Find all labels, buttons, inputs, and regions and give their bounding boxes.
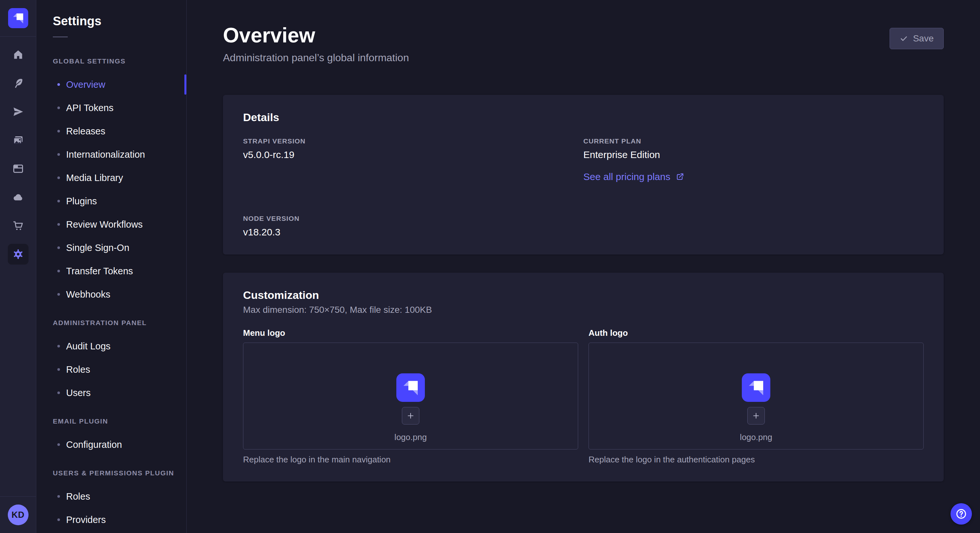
feather-icon	[12, 78, 24, 89]
menu-logo-label: Menu logo	[243, 328, 578, 338]
images-icon	[12, 134, 24, 146]
page-subtitle: Administration panel’s global informatio…	[223, 52, 944, 64]
field-label: CURRENT PLAN	[583, 137, 924, 145]
menu-logo-filename: logo.png	[395, 432, 427, 443]
bullet-icon	[57, 223, 60, 226]
field-value: v18.20.3	[243, 227, 583, 238]
sidebar-item-label: Media Library	[66, 173, 123, 183]
check-icon	[900, 34, 908, 43]
sidebar-item-label: Transfer Tokens	[66, 266, 133, 276]
sidebar-item-label: Plugins	[66, 196, 97, 206]
sidebar-item-up-roles[interactable]: Roles	[36, 485, 186, 508]
bullet-icon	[57, 495, 60, 498]
sidebar-item-single-sign-on[interactable]: Single Sign-On	[36, 236, 186, 259]
section-administration-panel: ADMINISTRATION PANEL Audit Logs Roles Us…	[36, 311, 186, 405]
cloud-icon	[12, 191, 24, 203]
pricing-plans-link[interactable]: See all pricing plans	[583, 171, 684, 182]
menu-logo-dropzone[interactable]: logo.png	[243, 343, 578, 449]
sidebar-item-label: Releases	[66, 126, 105, 136]
bullet-icon	[57, 368, 60, 371]
sidebar-item-up-providers[interactable]: Providers	[36, 508, 186, 531]
rail-item-settings[interactable]	[0, 240, 36, 268]
bullet-icon	[57, 443, 60, 446]
sidebar-item-label: Single Sign-On	[66, 243, 129, 253]
bullet-icon	[57, 153, 60, 156]
section-users-permissions-plugin: USERS & PERMISSIONS PLUGIN Roles Provide…	[36, 462, 186, 531]
section-label: EMAIL PLUGIN	[36, 409, 186, 433]
field-label: NODE VERSION	[243, 215, 583, 222]
rail-item-home[interactable]	[0, 40, 36, 69]
home-icon	[12, 49, 24, 60]
bullet-icon	[57, 345, 60, 347]
auth-logo-hint: Replace the logo in the authentication p…	[589, 455, 924, 465]
bullet-icon	[57, 176, 60, 179]
auth-logo-filename: logo.png	[740, 432, 772, 443]
rail-item-cloud[interactable]	[0, 183, 36, 211]
bullet-icon	[57, 270, 60, 272]
main-nav-rail: KD	[0, 0, 36, 533]
menu-logo-add-button[interactable]	[402, 407, 419, 425]
question-mark-icon	[955, 508, 968, 520]
sidebar-item-label: Audit Logs	[66, 341, 110, 352]
sidebar-item-api-tokens[interactable]: API Tokens	[36, 96, 186, 119]
field-value: v5.0.0-rc.19	[243, 149, 583, 160]
field-value: Enterprise Edition	[583, 149, 924, 160]
bullet-icon	[57, 246, 60, 249]
rail-item-releases[interactable]	[0, 97, 36, 126]
sidebar-item-email-configuration[interactable]: Configuration	[36, 433, 186, 456]
settings-subnav: Settings GLOBAL SETTINGS Overview API To…	[36, 0, 187, 533]
bullet-icon	[57, 130, 60, 132]
rail-item-content-builder[interactable]	[0, 69, 36, 97]
field-node-version: NODE VERSION v18.20.3	[243, 215, 583, 238]
menu-logo-preview	[396, 373, 425, 402]
section-label: ADMINISTRATION PANEL	[36, 311, 186, 335]
plus-icon	[752, 412, 760, 420]
sidebar-item-overview[interactable]: Overview	[36, 73, 186, 96]
rail-item-content-manager[interactable]	[0, 154, 36, 183]
sidebar-item-label: Users	[66, 388, 91, 398]
layout-icon	[12, 163, 24, 174]
strapi-logo-icon[interactable]	[8, 8, 28, 28]
sidebar-item-transfer-tokens[interactable]: Transfer Tokens	[36, 259, 186, 283]
main-content: Overview Administration panel’s global i…	[187, 0, 980, 533]
menu-logo-field: Menu logo logo.png Replace the logo in t…	[243, 328, 578, 465]
gear-icon	[12, 248, 24, 260]
title-divider	[53, 36, 68, 37]
sidebar-item-audit-logs[interactable]: Audit Logs	[36, 335, 186, 358]
field-current-plan: CURRENT PLAN Enterprise Edition See all …	[583, 137, 924, 182]
sidebar-item-admin-users[interactable]: Users	[36, 381, 186, 405]
section-global-settings: GLOBAL SETTINGS Overview API Tokens Rele…	[36, 49, 186, 306]
field-strapi-version: STRAPI VERSION v5.0.0-rc.19	[243, 137, 583, 182]
save-button[interactable]: Save	[889, 28, 944, 49]
auth-logo-field: Auth logo logo.png Replace the logo in t…	[589, 328, 924, 465]
subnav-title: Settings	[53, 14, 186, 28]
rail-item-media-library[interactable]	[0, 126, 36, 154]
bullet-icon	[57, 83, 60, 86]
auth-logo-add-button[interactable]	[747, 407, 765, 425]
sidebar-item-label: Roles	[66, 364, 90, 375]
field-label: STRAPI VERSION	[243, 137, 583, 145]
settings-active-tile	[8, 244, 29, 265]
sidebar-item-internationalization[interactable]: Internationalization	[36, 143, 186, 166]
sidebar-item-review-workflows[interactable]: Review Workflows	[36, 213, 186, 236]
sidebar-item-releases[interactable]: Releases	[36, 119, 186, 143]
sidebar-item-admin-roles[interactable]: Roles	[36, 358, 186, 381]
user-avatar[interactable]: KD	[8, 504, 29, 525]
sidebar-item-webhooks[interactable]: Webhooks	[36, 283, 186, 306]
sidebar-item-media-library[interactable]: Media Library	[36, 166, 186, 189]
sidebar-item-label: Webhooks	[66, 289, 110, 300]
external-link-icon	[675, 172, 684, 181]
section-email-plugin: EMAIL PLUGIN Configuration	[36, 409, 186, 456]
help-button[interactable]	[950, 503, 972, 525]
bullet-icon	[57, 392, 60, 394]
pricing-plans-link-label: See all pricing plans	[583, 171, 670, 182]
section-label: GLOBAL SETTINGS	[36, 49, 186, 73]
sidebar-item-plugins[interactable]: Plugins	[36, 189, 186, 213]
rail-item-marketplace[interactable]	[0, 211, 36, 240]
page-title: Overview	[223, 23, 944, 47]
auth-logo-dropzone[interactable]: logo.png	[589, 343, 924, 449]
save-button-label: Save	[913, 33, 934, 44]
customization-heading: Customization	[243, 289, 924, 301]
sidebar-item-label: Internationalization	[66, 149, 145, 160]
bullet-icon	[57, 519, 60, 521]
